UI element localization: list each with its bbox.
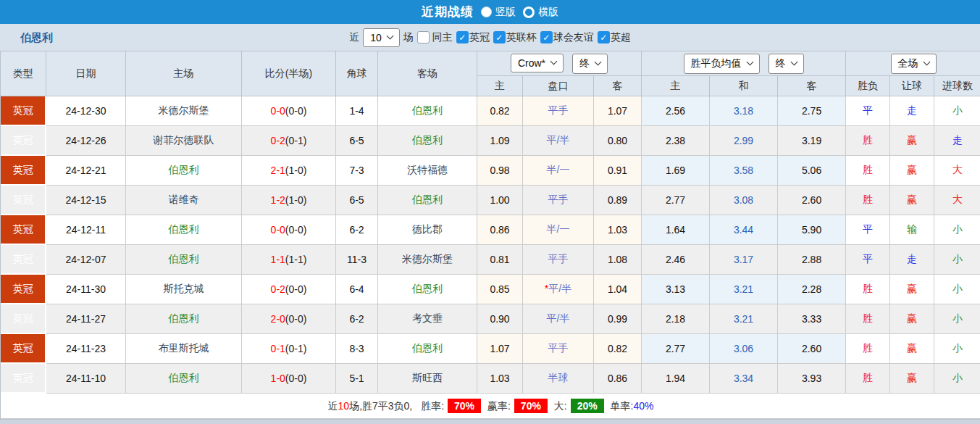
win-rate-label: 胜率: (421, 400, 444, 412)
single-rate-value: 40% (633, 400, 653, 412)
corner-cell: 11-3 (336, 245, 378, 275)
league-type-cell: 英冠 (1, 304, 46, 334)
asian-away-odds-cell: 1.08 (594, 245, 642, 275)
home-team-cell: 米德尔斯堡 (126, 96, 242, 126)
checkbox-checked-icon[interactable]: ✓ (493, 31, 506, 43)
checkbox-checked-icon[interactable]: ✓ (540, 31, 553, 43)
league-checkbox-yingguan[interactable]: ✓ 英冠 (456, 31, 490, 44)
match-row: 英冠24-12-11伯恩利0-0(0-0)6-2德比郡0.86半/一1.031.… (1, 215, 980, 245)
radio-selected-icon[interactable] (481, 7, 492, 17)
avg-home-odds-cell: 2.56 (642, 96, 710, 126)
scope-select-group: 全场 (846, 51, 980, 76)
chevron-down-icon (595, 59, 602, 66)
result-cell: 胜 (846, 186, 890, 215)
summary-prefix: 近 (328, 400, 338, 412)
asian-line-cell: 平手 (523, 334, 594, 364)
away-team-cell: 考文垂 (378, 304, 477, 334)
avg-odds-time-select[interactable]: 终 (768, 54, 804, 74)
avg-away-odds-cell: 2.60 (778, 186, 846, 215)
date-cell: 24-12-26 (46, 126, 126, 156)
league-type-cell: 英冠 (1, 186, 46, 215)
corner-cell: 8-3 (336, 334, 378, 364)
asian-line-cell: 平手 (523, 96, 594, 126)
asian-away-odds-cell: 0.86 (594, 364, 642, 394)
handicap-result-cell: 赢 (890, 275, 934, 304)
same-home-checkbox[interactable]: 同主 (417, 31, 453, 44)
chevron-down-icon (790, 59, 797, 66)
header-odds-draw: 和 (710, 76, 778, 96)
goals-result-cell: 小 (934, 364, 980, 394)
avg-draw-odds-cell: 3.08 (710, 186, 778, 215)
league-checkbox-yinglianbei[interactable]: ✓ 英联杯 (493, 31, 537, 44)
header-odds-home: 主 (642, 76, 710, 96)
chevron-down-icon (746, 59, 753, 66)
avg-odds-select[interactable]: 胜平负均值 (684, 54, 760, 74)
asian-home-odds-cell: 1.07 (477, 334, 523, 364)
goals-result-cell: 小 (934, 96, 980, 126)
date-cell: 24-11-23 (46, 334, 126, 364)
same-home-label: 同主 (432, 31, 453, 44)
avg-draw-odds-cell: 2.99 (710, 126, 778, 156)
date-cell: 24-12-07 (46, 245, 126, 275)
header-home: 主场 (126, 51, 242, 96)
date-cell: 24-11-27 (46, 304, 126, 334)
asian-away-odds-cell: 1.07 (594, 96, 642, 126)
summary-record: 场,胜7平3负0, (349, 400, 412, 412)
match-row: 英冠24-12-15诺维奇1-2(1-0)6-5伯恩利1.00平手0.892.7… (1, 186, 980, 215)
league-type-cell: 英冠 (1, 96, 46, 126)
layout-radio-vertical[interactable]: 竖版 (481, 6, 516, 19)
header-type: 类型 (1, 51, 46, 96)
avg-away-odds-cell: 2.60 (778, 334, 846, 364)
league-checkbox-yingchao[interactable]: ✓ 英超 (598, 31, 631, 44)
score-cell: 0-2(0-0) (242, 275, 336, 304)
avg-away-odds-cell: 3.33 (778, 304, 846, 334)
avg-away-odds-cell: 2.28 (778, 275, 846, 304)
match-row: 英冠24-11-27伯恩利2-0(0-0)6-2考文垂0.90平/半0.992.… (1, 304, 980, 334)
match-row: 英冠24-11-30斯托克城0-2(0-0)6-4伯恩利0.85*平/半1.04… (1, 275, 980, 304)
checkbox-checked-icon[interactable]: ✓ (598, 31, 610, 43)
radio-unselected-icon[interactable] (523, 7, 535, 18)
home-team-cell: 斯托克城 (126, 275, 242, 304)
goals-result-cell: 大 (934, 186, 980, 215)
bookmaker-select[interactable]: Crow* (511, 54, 564, 72)
result-cell: 胜 (846, 126, 890, 156)
home-team-cell: 伯恩利 (126, 156, 242, 186)
avg-home-odds-cell: 2.77 (642, 186, 710, 215)
header-date: 日期 (46, 51, 126, 96)
away-team-cell: 伯恩利 (378, 186, 477, 215)
result-cell: 胜 (846, 304, 890, 334)
away-team-cell: 米德尔斯堡 (378, 245, 477, 275)
result-cell: 胜 (846, 275, 890, 304)
recent-count-select[interactable]: 10 (363, 28, 400, 47)
corner-cell: 7-3 (336, 156, 378, 186)
league-checkbox-qiuhuiyouyi[interactable]: ✓ 球会友谊 (540, 31, 594, 44)
layout-radio-horizontal[interactable]: 横版 (523, 6, 558, 19)
corner-cell: 6-5 (336, 126, 378, 156)
goals-result-cell: 走 (934, 126, 980, 156)
asian-home-odds-cell: 0.90 (477, 304, 523, 334)
handicap-result-cell: 赢 (890, 364, 934, 394)
filter-bar: 伯恩利 近 10 场 同主 ✓ 英冠 ✓ 英联杯 ✓ 球会友谊 ✓ 英超 (0, 24, 980, 51)
radio-vertical-label: 竖版 (495, 6, 516, 19)
match-row: 英冠24-12-07伯恩利1-1(1-1)11-3米德尔斯堡0.81平手1.08… (1, 245, 980, 275)
asian-home-odds-cell: 0.82 (477, 96, 523, 126)
header-corner: 角球 (336, 51, 378, 96)
handicap-result-cell: 走 (890, 245, 934, 275)
bookmaker-time-select[interactable]: 终 (572, 54, 608, 74)
avg-home-odds-cell: 2.77 (642, 334, 710, 364)
header-handicap-result: 让球 (890, 76, 934, 96)
asian-line-cell: 平手 (523, 245, 594, 275)
away-team-cell: 伯恩利 (378, 96, 477, 126)
checkbox-checked-icon[interactable]: ✓ (456, 31, 469, 43)
avg-away-odds-cell: 5.90 (778, 215, 846, 245)
checkbox-unchecked-icon[interactable] (417, 31, 430, 43)
bottom-divider (0, 420, 980, 424)
goals-result-cell: 小 (934, 245, 980, 275)
avg-draw-odds-cell: 3.44 (710, 215, 778, 245)
score-cell: 0-2(0-1) (242, 126, 336, 156)
scope-select[interactable]: 全场 (891, 54, 937, 74)
recent-label: 近 (349, 31, 359, 44)
asian-line-cell: 平手 (523, 186, 594, 215)
handicap-result-cell: 赢 (890, 156, 934, 186)
over-rate-label: 大: (554, 400, 567, 412)
